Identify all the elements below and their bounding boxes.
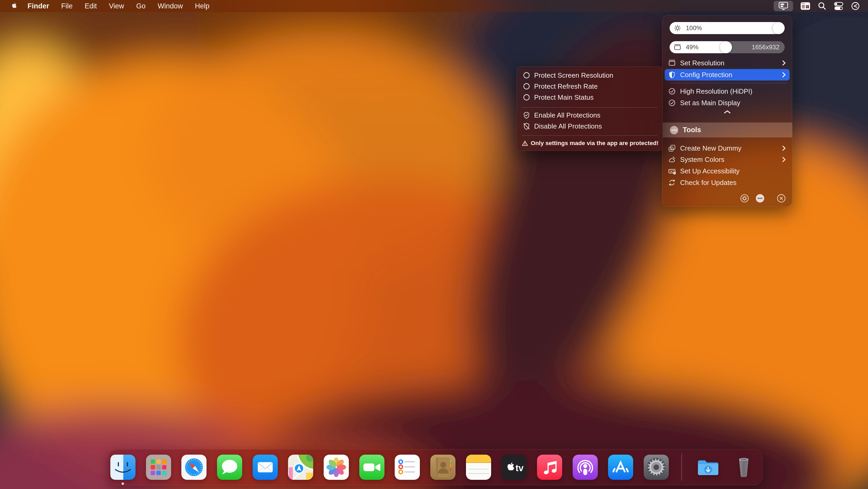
resolution-slider[interactable]: 49% 1656x932 — [670, 41, 785, 53]
dock-reminders-icon[interactable] — [395, 455, 420, 480]
submenu-divider — [522, 135, 657, 136]
shield-check-icon — [523, 112, 530, 119]
menubar-item-window[interactable]: Window — [152, 2, 189, 10]
submenu-item-label: Protect Main Status — [534, 93, 594, 102]
config-protection-submenu: Protect Screen Resolution Protect Refres… — [517, 66, 663, 151]
check-circle-icon — [668, 87, 676, 95]
clock-status-icon[interactable] — [851, 0, 860, 12]
dock-appletv-icon[interactable]: tv — [501, 455, 527, 480]
submenu-item-label: Protect Refresh Rate — [534, 82, 598, 90]
cloud-moon-icon — [668, 155, 676, 164]
display-icon — [668, 59, 676, 67]
dock-launchpad-icon[interactable] — [146, 455, 171, 480]
shield-icon — [668, 70, 676, 79]
submenu-item-protect-main-status[interactable]: Protect Main Status — [520, 92, 660, 103]
circle-icon — [523, 71, 530, 79]
dock-music-icon[interactable] — [537, 455, 562, 480]
menu-item-label: Set Resolution — [680, 59, 778, 67]
dock-safari-icon[interactable] — [181, 455, 207, 480]
menubar-item-go[interactable]: Go — [130, 2, 152, 10]
resolution-detail: 1656x932 — [752, 41, 779, 53]
dock-downloads-icon[interactable] — [695, 455, 721, 480]
ellipsis-circle-filled-icon — [755, 194, 765, 203]
dock-contacts-icon[interactable] — [430, 455, 456, 480]
menubar-item-edit[interactable]: Edit — [79, 2, 103, 10]
submenu-item-label: Disable All Protections — [534, 122, 602, 131]
menu-item-label: Config Protection — [680, 71, 778, 79]
appletv-glyph: tv — [516, 463, 524, 473]
menu-item-label: System Colors — [680, 155, 778, 164]
dock-podcasts-icon[interactable] — [572, 455, 598, 480]
circle-icon — [523, 94, 530, 101]
menu-item-system-colors[interactable]: System Colors — [664, 154, 789, 165]
apple-menu[interactable] — [7, 2, 22, 10]
submenu-warning: Only settings made via the app are prote… — [522, 138, 660, 148]
submenu-item-protect-refresh-rate[interactable]: Protect Refresh Rate — [520, 81, 660, 92]
circle-icon — [523, 83, 530, 90]
brightness-slider[interactable]: 100% — [670, 22, 785, 34]
menubar-item-view[interactable]: View — [103, 2, 130, 10]
menu-bar: Finder File Edit View Go Window Help — [0, 0, 868, 12]
menu-item-set-resolution[interactable]: Set Resolution — [664, 57, 789, 69]
sun-icon — [674, 24, 681, 32]
submenu-item-protect-screen-resolution[interactable]: Protect Screen Resolution — [520, 70, 660, 81]
menu-item-check-for-updates[interactable]: Check for Updates — [664, 177, 789, 189]
dock-facetime-icon[interactable] — [359, 455, 384, 480]
menu-item-config-protection[interactable]: Config Protection — [664, 69, 789, 81]
menu-item-label: Check for Updates — [680, 179, 786, 187]
resolution-slider-knob[interactable] — [720, 41, 732, 53]
display-small-icon — [674, 43, 681, 51]
command-window-status-icon[interactable] — [800, 0, 811, 12]
refresh-icon — [668, 178, 676, 187]
dock-mail-icon[interactable] — [253, 455, 278, 480]
keyboard-icon — [668, 167, 676, 175]
quit-button[interactable] — [777, 194, 786, 203]
dock-finder-icon[interactable] — [110, 455, 135, 480]
check-circle-icon — [668, 98, 676, 107]
collapse-section-button[interactable] — [662, 110, 792, 114]
menubar-item-help[interactable]: Help — [189, 2, 216, 10]
warning-triangle-icon — [522, 140, 528, 146]
menubar-app-name[interactable]: Finder — [22, 2, 55, 10]
tools-header-label: Tools — [683, 126, 701, 134]
menu-item-label: High Resolution (HiDPI) — [680, 87, 786, 95]
shield-slash-icon — [523, 122, 530, 130]
spotlight-icon — [818, 2, 827, 10]
control-center-status-icon[interactable] — [834, 0, 844, 12]
menubar-item-file[interactable]: File — [55, 2, 79, 10]
tools-section-header[interactable]: Tools — [662, 122, 792, 138]
command-window-icon — [800, 2, 811, 10]
chevron-right-icon — [782, 145, 786, 151]
dock-trash-icon[interactable] — [731, 455, 756, 480]
ellipsis-circle-icon — [670, 126, 679, 135]
menu-item-high-resolution[interactable]: High Resolution (HiDPI) — [664, 86, 789, 97]
finder-running-indicator — [122, 483, 124, 485]
menu-item-label: Create New Dummy — [680, 144, 778, 152]
brightness-slider-knob[interactable] — [773, 22, 785, 34]
submenu-item-enable-all-protections[interactable]: Enable All Protections — [520, 110, 660, 121]
settings-button[interactable] — [740, 194, 749, 203]
display-status-icon[interactable] — [774, 1, 793, 11]
dock-appstore-icon[interactable] — [608, 455, 633, 480]
menu-item-set-main-display[interactable]: Set as Main Display — [664, 97, 789, 109]
chevron-up-icon — [723, 110, 731, 114]
control-center-icon — [834, 2, 844, 10]
desktop: Finder File Edit View Go Window Help — [0, 0, 868, 489]
submenu-item-label: Protect Screen Resolution — [534, 71, 613, 80]
apple-logo-icon — [11, 2, 18, 10]
menu-item-set-up-accessibility[interactable]: Set Up Accessibility — [664, 165, 789, 177]
dock-maps-icon[interactable] — [288, 455, 313, 480]
menu-item-label: Set Up Accessibility — [680, 167, 786, 175]
chevron-right-icon — [782, 72, 786, 78]
more-button[interactable] — [755, 194, 765, 203]
display-icon — [778, 1, 789, 11]
spotlight-status-icon[interactable] — [818, 0, 827, 12]
dock-system-settings-icon[interactable] — [644, 455, 669, 480]
dock-photos-icon[interactable] — [324, 455, 349, 480]
dock-messages-icon[interactable] — [217, 455, 242, 480]
chevron-right-icon — [782, 60, 786, 66]
submenu-item-disable-all-protections[interactable]: Disable All Protections — [520, 121, 660, 132]
close-circle-icon — [777, 194, 786, 203]
dock-notes-icon[interactable] — [466, 455, 491, 480]
menu-item-create-new-dummy[interactable]: Create New Dummy — [664, 142, 789, 154]
